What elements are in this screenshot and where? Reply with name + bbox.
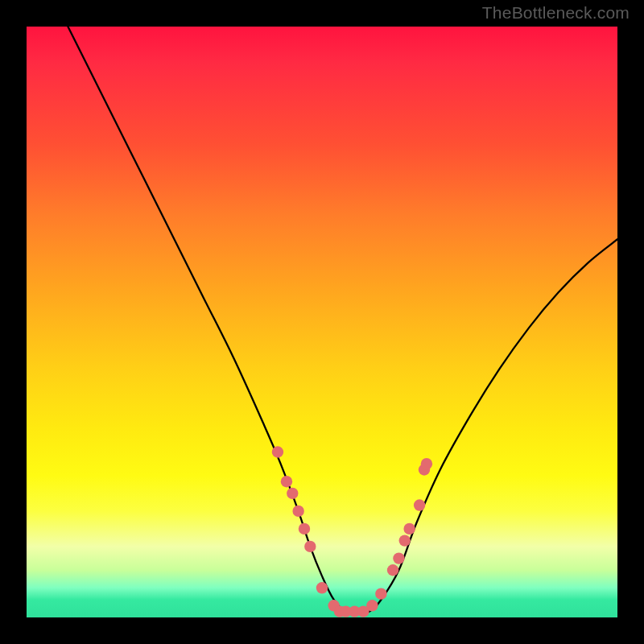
marker-dot bbox=[414, 499, 425, 510]
marker-group bbox=[272, 446, 432, 617]
marker-dot bbox=[272, 446, 283, 457]
marker-dot bbox=[316, 582, 328, 593]
chart-svg bbox=[27, 27, 617, 617]
marker-dot bbox=[421, 458, 432, 469]
watermark-text: TheBottleneck.com bbox=[482, 3, 630, 23]
marker-dot bbox=[375, 588, 386, 599]
chart-area bbox=[27, 27, 617, 617]
marker-dot bbox=[287, 488, 298, 499]
marker-dot bbox=[399, 535, 411, 546]
marker-dot bbox=[403, 523, 415, 535]
marker-dot bbox=[387, 564, 398, 576]
marker-dot bbox=[292, 506, 303, 517]
marker-dot bbox=[299, 523, 310, 535]
marker-dot bbox=[281, 476, 292, 487]
marker-dot bbox=[304, 541, 316, 552]
marker-dot bbox=[366, 600, 378, 611]
bottleneck-curve bbox=[68, 27, 617, 613]
marker-dot bbox=[393, 552, 404, 564]
